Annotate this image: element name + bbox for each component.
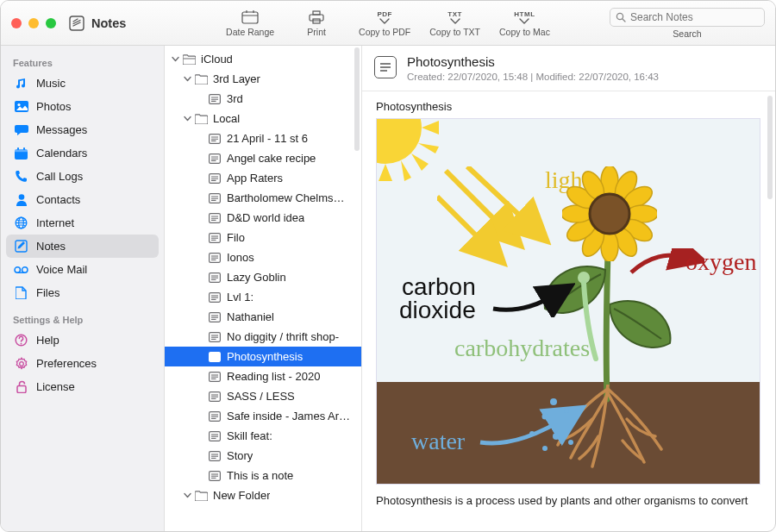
chevron-down-icon[interactable] [170, 55, 181, 63]
toolbar-print[interactable]: Print [293, 9, 340, 37]
tree-note-this-is-a-note[interactable]: This is a note [165, 466, 361, 485]
tree-note-3rd[interactable]: 3rd [165, 89, 361, 109]
folder-icon [193, 74, 209, 84]
note-file-icon [207, 233, 222, 243]
toolbar: Date Range Print PDF Copy to PDF TXT [173, 1, 603, 45]
body: Features MusicPhotosMessagesCalendarsCal… [1, 46, 775, 531]
sidebar-item-music[interactable]: Music [6, 72, 159, 95]
svg-rect-10 [15, 101, 28, 112]
svg-point-132 [529, 431, 535, 436]
app-title: Notes [91, 16, 126, 30]
note-file-icon [207, 332, 222, 342]
note-file-icon [207, 153, 222, 164]
tree-folder-icloud[interactable]: iCloud [165, 49, 361, 69]
tree-note-no-diggity-thrift-shop[interactable]: No diggity / thrift shop- [165, 327, 361, 347]
folder-icon [193, 114, 209, 124]
note-file-icon [207, 431, 222, 441]
tree-note-lvl-1[interactable]: Lvl 1: [165, 287, 361, 307]
toolbar-copy-txt[interactable]: TXT Copy to TXT [429, 9, 480, 37]
note-header: Photosynthesis Created: 22/07/2020, 15:4… [362, 46, 775, 91]
sidebar-item-calendars[interactable]: Calendars [6, 141, 159, 165]
tree-note-angel-cake-recipe[interactable]: Angel cake recipe [165, 148, 361, 168]
svg-marker-109 [411, 153, 429, 171]
note-file-icon [207, 391, 222, 402]
tree-note-ionos[interactable]: Ionos [165, 247, 361, 267]
sidebar-item-internet[interactable]: Internet [6, 211, 159, 235]
tree-folder-new-folder[interactable]: New Folder [165, 485, 361, 505]
sidebar-section-settings: Settings & Help [6, 310, 159, 329]
tree-note-skill-feat[interactable]: Skill feat: [165, 426, 361, 446]
tree-note-bartholomew-chelms[interactable]: Bartholomew Chelms… [165, 188, 361, 208]
note-file-icon [207, 471, 222, 481]
svg-point-25 [21, 343, 22, 345]
toolbar-copy-mac[interactable]: HTML Copy to Mac [499, 9, 550, 37]
tree-note-reading-list-2020[interactable]: Reading list - 2020 [165, 366, 361, 386]
tree-note-sass-less[interactable]: SASS / LESS [165, 386, 361, 406]
sidebar-item-photos[interactable]: Photos [6, 95, 159, 118]
folder-icon [181, 54, 197, 65]
svg-rect-0 [70, 16, 84, 30]
tree-note-app-raters[interactable]: App Raters [165, 168, 361, 188]
sidebar-item-voice-mail[interactable]: Voice Mail [6, 258, 159, 281]
person-icon [14, 192, 28, 207]
music-icon [14, 76, 28, 91]
scrollbar[interactable] [767, 96, 773, 199]
tree-note-21-april-11-st-6[interactable]: 21 April - 11 st 6 [165, 128, 361, 148]
note-icon [14, 239, 28, 253]
tree-note-photosynthesis[interactable]: Photosynthesis [165, 347, 361, 366]
sidebar-item-label: Help [36, 334, 59, 347]
note-file-icon [207, 173, 222, 184]
sidebar-item-label: Calendars [36, 147, 87, 160]
tree-note-d-d-world-idea[interactable]: D&D world idea [165, 208, 361, 228]
zoom-window-button[interactable] [46, 18, 56, 28]
svg-rect-26 [17, 386, 26, 393]
note-caption: Photosynthesis [376, 100, 761, 113]
note-content: Photosynthesis Created: 22/07/2020, 15:4… [362, 46, 775, 531]
chevron-down-icon[interactable] [182, 75, 193, 83]
svg-marker-108 [422, 121, 439, 135]
printer-icon [308, 9, 325, 25]
tree-item-label: Nathaniel [227, 310, 274, 323]
scrollbar[interactable] [354, 47, 360, 151]
search-label: Search [673, 28, 701, 39]
note-file-icon [207, 94, 222, 104]
toolbar-copy-pdf[interactable]: PDF Copy to PDF [359, 9, 410, 37]
tree-item-label: Reading list - 2020 [227, 370, 320, 383]
tree-folder-3rd-layer[interactable]: 3rd Layer [165, 69, 361, 89]
search-input[interactable] [630, 11, 759, 23]
tree-note-safe-inside-james-ar[interactable]: Safe inside - James Ar… [165, 406, 361, 426]
help-icon [14, 333, 28, 347]
chevron-down-icon[interactable] [182, 115, 193, 122]
svg-rect-6 [313, 11, 320, 15]
tree-note-nathaniel[interactable]: Nathaniel [165, 307, 361, 327]
sidebar-item-call-logs[interactable]: Call Logs [6, 165, 159, 188]
tree-note-story[interactable]: Story [165, 446, 361, 466]
close-window-button[interactable] [11, 18, 22, 28]
minimize-window-button[interactable] [28, 18, 39, 28]
sidebar-item-notes[interactable]: Notes [6, 235, 159, 258]
sidebar-item-label: Call Logs [36, 170, 83, 183]
co2-arrow-icon [489, 283, 575, 317]
tree-item-label: Safe inside - James Ar… [227, 410, 350, 422]
tree-item-label: App Raters [227, 172, 283, 185]
tree-note-filo[interactable]: Filo [165, 228, 361, 247]
sidebar-item-contacts[interactable]: Contacts [6, 188, 159, 211]
sidebar-item-messages[interactable]: Messages [6, 118, 159, 141]
note-file-icon [207, 213, 222, 223]
svg-line-9 [623, 19, 625, 22]
sidebar-item-preferences[interactable]: Preferences [6, 352, 159, 375]
tree-item-label: Filo [227, 231, 245, 244]
svg-point-22 [22, 266, 28, 272]
tree-item-label: 3rd [227, 92, 243, 105]
water-bubbles-icon [506, 395, 584, 464]
tree-folder-local[interactable]: Local [165, 109, 361, 128]
svg-line-114 [437, 197, 493, 253]
chevron-down-icon[interactable] [182, 491, 193, 499]
sidebar-item-label: Photos [36, 100, 71, 113]
sidebar-item-help[interactable]: Help [6, 329, 159, 352]
search-box[interactable] [610, 8, 765, 27]
sidebar-item-license[interactable]: License [6, 375, 159, 398]
toolbar-date-range[interactable]: Date Range [226, 9, 274, 37]
tree-note-lazy-goblin[interactable]: Lazy Goblin [165, 267, 361, 287]
sidebar-item-files[interactable]: Files [6, 281, 159, 304]
